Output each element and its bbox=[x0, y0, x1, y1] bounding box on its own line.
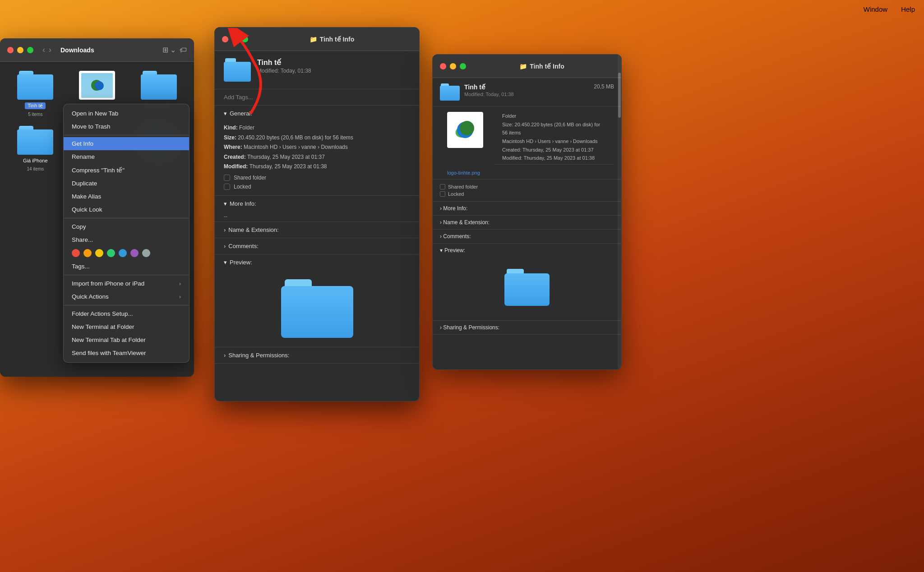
fullscreen-button[interactable] bbox=[27, 47, 33, 53]
menu-item-get-info[interactable]: Get Info bbox=[64, 137, 189, 150]
folder-icon bbox=[141, 71, 177, 100]
item-sublabel: 5 items bbox=[28, 112, 42, 117]
chevron-down-icon: ▾ bbox=[224, 110, 227, 117]
info-more-info-header[interactable]: ▾ More Info: bbox=[215, 196, 419, 212]
menu-item-quick-actions[interactable]: Quick Actions › bbox=[64, 290, 189, 303]
info2-minimize-button[interactable] bbox=[450, 63, 456, 69]
menu-item-share[interactable]: Share... bbox=[64, 233, 189, 246]
menu-item-open-new-tab[interactable]: Open in New Tab bbox=[64, 107, 189, 120]
chevron-right-icon: › bbox=[179, 281, 181, 287]
info2-locked-checkbox[interactable] bbox=[440, 191, 445, 197]
info2-section-name-ext[interactable]: › Name & Extension: bbox=[433, 216, 621, 230]
info-name-ext-header[interactable]: › Name & Extension: bbox=[215, 222, 419, 238]
info-row-modified: Modified: Thursday, 25 May 2023 at 01:38 bbox=[224, 162, 410, 172]
color-dot-orange[interactable] bbox=[83, 249, 92, 257]
info2-size: 20,5 MB bbox=[594, 83, 614, 91]
menu-item-make-alias[interactable]: Make Alias bbox=[64, 190, 189, 203]
info2-scrollbar[interactable] bbox=[618, 55, 621, 369]
chevron-down-icon: ▾ bbox=[440, 247, 443, 254]
finder-nav: ‹ › bbox=[42, 45, 51, 55]
info2-fullscreen-button[interactable] bbox=[460, 63, 466, 69]
info2-section-more-info[interactable]: › More Info: bbox=[433, 202, 621, 216]
menu-item-copy[interactable]: Copy bbox=[64, 220, 189, 233]
menu-item-compress[interactable]: Compress "Tinh tế" bbox=[64, 163, 189, 177]
locked-label: Locked bbox=[234, 184, 251, 190]
info-locked-row: Locked bbox=[224, 184, 410, 190]
menu-item-new-terminal-folder[interactable]: New Terminal at Folder bbox=[64, 320, 189, 333]
info-window: 📁 Tinh tế Info Tinh tế Modified: Today, … bbox=[214, 27, 420, 401]
info-section-sharing: › Sharing & Permissions: bbox=[215, 347, 419, 364]
color-dot-gray[interactable] bbox=[142, 249, 150, 257]
chevron-down-icon: ▾ bbox=[224, 259, 227, 266]
finder-toolbar-right: ⊞ ⌄ 🏷 bbox=[162, 46, 187, 54]
info2-section-sharing[interactable]: › Sharing & Permissions: bbox=[433, 321, 621, 335]
info2-section-comments[interactable]: › Comments: bbox=[433, 230, 621, 244]
color-dot-blue[interactable] bbox=[119, 249, 127, 257]
info2-created-row: Created: Thursday, 25 May 2023 at 01:37 bbox=[502, 146, 607, 154]
info-preview-header[interactable]: ▾ Preview: bbox=[215, 254, 419, 270]
menu-item-rename[interactable]: Rename bbox=[64, 150, 189, 163]
view-toggle-icon[interactable]: ⊞ ⌄ bbox=[162, 46, 176, 54]
traffic-lights bbox=[7, 47, 33, 53]
color-dots-row bbox=[64, 246, 189, 260]
color-dot-purple[interactable] bbox=[130, 249, 139, 257]
menubar-window[interactable]: Window bbox=[864, 5, 887, 13]
info2-preview-header[interactable]: ▾ Preview: bbox=[433, 244, 621, 257]
folder-icon bbox=[17, 71, 53, 100]
info2-window-title: 📁 Tinh tế Info bbox=[519, 63, 564, 70]
info2-modified: Modified: Today, 01:38 bbox=[464, 92, 614, 97]
info-more-value: -- bbox=[215, 212, 419, 221]
minimize-button[interactable] bbox=[17, 47, 23, 53]
info-add-tags[interactable]: Add Tags... bbox=[215, 89, 419, 106]
info2-shared-checkbox[interactable] bbox=[440, 184, 445, 189]
tag-icon[interactable]: 🏷 bbox=[180, 46, 187, 54]
info-modified: Modified: Today, 01:38 bbox=[257, 68, 311, 74]
chevron-right-icon: › bbox=[224, 352, 226, 359]
color-dot-red[interactable] bbox=[72, 249, 80, 257]
info-fullscreen-button[interactable] bbox=[242, 36, 248, 42]
menu-item-tags[interactable]: Tags... bbox=[64, 260, 189, 273]
info2-logo-thumbnail bbox=[447, 112, 483, 148]
info-general-header[interactable]: ▾ General: bbox=[215, 106, 419, 121]
info-section-general: ▾ General: Kind: Folder Size: 20.450.220… bbox=[215, 106, 419, 196]
info2-folder-name: Tinh tế bbox=[464, 83, 485, 91]
shared-folder-checkbox[interactable] bbox=[224, 175, 230, 181]
info2-kind-row: Folder bbox=[502, 112, 607, 120]
info-header-text: Tinh tế Modified: Today, 01:38 bbox=[257, 58, 311, 74]
menu-item-move-trash[interactable]: Move to Trash bbox=[64, 120, 189, 133]
info2-modified-row: Modified: Thursday, 25 May 2023 at 01:38 bbox=[502, 154, 607, 162]
chevron-right-icon: › bbox=[224, 243, 226, 249]
close-button[interactable] bbox=[7, 47, 14, 53]
color-dot-yellow[interactable] bbox=[95, 249, 103, 257]
list-item[interactable]: Giá iPhone 14 items bbox=[9, 126, 62, 171]
menu-item-import-iphone[interactable]: Import from iPhone or iPad › bbox=[64, 277, 189, 290]
info2-filename: logo-tinhte.png bbox=[440, 170, 614, 175]
info-row-size: Size: 20.450.220 bytes (20,6 MB on disk)… bbox=[224, 133, 410, 143]
menu-item-teamviewer[interactable]: Send files with TeamViewer bbox=[64, 346, 189, 360]
locked-checkbox[interactable] bbox=[224, 184, 230, 190]
info2-close-button[interactable] bbox=[440, 63, 446, 69]
menu-item-new-terminal-tab[interactable]: New Terminal Tab at Folder bbox=[64, 333, 189, 346]
menu-item-duplicate[interactable]: Duplicate bbox=[64, 177, 189, 190]
info-section-preview: ▾ Preview: bbox=[215, 254, 419, 347]
shared-folder-label: Shared folder bbox=[234, 175, 266, 181]
menu-separator bbox=[64, 218, 189, 218]
menu-item-folder-actions-setup[interactable]: Folder Actions Setup... bbox=[64, 307, 189, 320]
info-sharing-header[interactable]: › Sharing & Permissions: bbox=[215, 347, 419, 363]
color-dot-green[interactable] bbox=[107, 249, 115, 257]
menubar-help[interactable]: Help bbox=[901, 5, 915, 13]
context-menu: Open in New Tab Move to Trash Get Info R… bbox=[63, 104, 189, 363]
forward-button[interactable]: › bbox=[49, 45, 51, 55]
info-close-button[interactable] bbox=[222, 36, 228, 42]
info-general-content: Kind: Folder Size: 20.450.220 bytes (20,… bbox=[215, 121, 419, 195]
info-row-where: Where: Macintosh HD › Users › vanne › Do… bbox=[224, 143, 410, 152]
list-item[interactable]: Tinh tế 5 items bbox=[9, 71, 62, 117]
info-window-2: 📁 Tinh tế Info Tinh tế 20,5 MB Modified:… bbox=[432, 54, 622, 370]
item-label: Tinh tế bbox=[25, 102, 46, 109]
menu-item-quick-look[interactable]: Quick Look bbox=[64, 203, 189, 216]
info-comments-header[interactable]: › Comments: bbox=[215, 238, 419, 254]
back-button[interactable]: ‹ bbox=[42, 45, 45, 55]
info-minimize-button[interactable] bbox=[232, 36, 238, 42]
info-row-kind: Kind: Folder bbox=[224, 123, 410, 133]
info-titlebar: 📁 Tinh tế Info bbox=[215, 28, 419, 51]
